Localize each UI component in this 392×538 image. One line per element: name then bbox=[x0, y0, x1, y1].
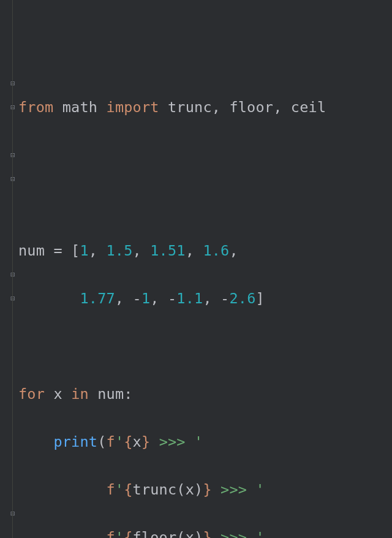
code-line[interactable] bbox=[18, 335, 392, 358]
number: 1 bbox=[80, 242, 88, 259]
code-editor[interactable]: ⊟ ⊟ ⊟ ⊟ ⊟ ⊟ ⊟ from math import trunc, fl… bbox=[0, 0, 392, 538]
fold-marker[interactable]: ⊟ bbox=[9, 167, 17, 191]
code-line[interactable]: f'{trunc(x)} >>> ' bbox=[18, 478, 392, 502]
number: 1.1 bbox=[176, 290, 203, 307]
module-name: math bbox=[62, 99, 97, 116]
number: 1.6 bbox=[203, 242, 229, 259]
fold-marker[interactable]: ⊟ bbox=[9, 143, 17, 167]
var-num: num bbox=[97, 385, 124, 403]
bracket-open: [ bbox=[71, 242, 80, 259]
import-names: trunc, floor, ceil bbox=[168, 99, 326, 116]
code-line[interactable] bbox=[18, 191, 392, 215]
number: 1.5 bbox=[107, 242, 133, 259]
code-line[interactable]: for x in num: bbox=[18, 382, 392, 406]
fold-marker[interactable]: ⊟ bbox=[9, 263, 17, 287]
fold-marker[interactable]: ⊟ bbox=[9, 96, 17, 119]
bracket-close: ] bbox=[255, 290, 264, 307]
builtin-print: print bbox=[53, 433, 97, 450]
code-line[interactable]: num = [1, 1.5, 1.51, 1.6, bbox=[18, 239, 392, 263]
code-area[interactable]: from math import trunc, floor, ceil num … bbox=[18, 72, 392, 538]
fold-marker[interactable]: ⊟ bbox=[9, 502, 17, 526]
number: 1.77 bbox=[80, 290, 115, 307]
code-line[interactable]: print(f'{x} >>> ' bbox=[18, 430, 392, 454]
var-num: num bbox=[18, 242, 45, 259]
equals: = bbox=[45, 242, 71, 259]
keyword-for: for bbox=[18, 385, 45, 403]
fn-trunc: trunc bbox=[133, 481, 177, 498]
fn-floor: floor bbox=[133, 529, 177, 538]
var-x: x bbox=[53, 385, 62, 403]
gutter: ⊟ ⊟ ⊟ ⊟ ⊟ ⊟ ⊟ bbox=[0, 0, 18, 538]
number: 2.6 bbox=[229, 290, 255, 307]
number: 1 bbox=[141, 290, 150, 307]
code-line[interactable]: 1.77, -1, -1.1, -2.6] bbox=[18, 287, 392, 311]
fold-marker[interactable]: ⊟ bbox=[9, 72, 17, 96]
keyword-import: import bbox=[107, 99, 159, 116]
number: 1.51 bbox=[150, 242, 185, 259]
code-line[interactable]: f'{floor(x)} >>> ' bbox=[18, 526, 392, 538]
code-line[interactable] bbox=[18, 143, 392, 167]
fold-marker[interactable]: ⊟ bbox=[9, 287, 17, 311]
code-line[interactable]: from math import trunc, floor, ceil bbox=[18, 96, 392, 119]
keyword-in: in bbox=[71, 385, 89, 403]
